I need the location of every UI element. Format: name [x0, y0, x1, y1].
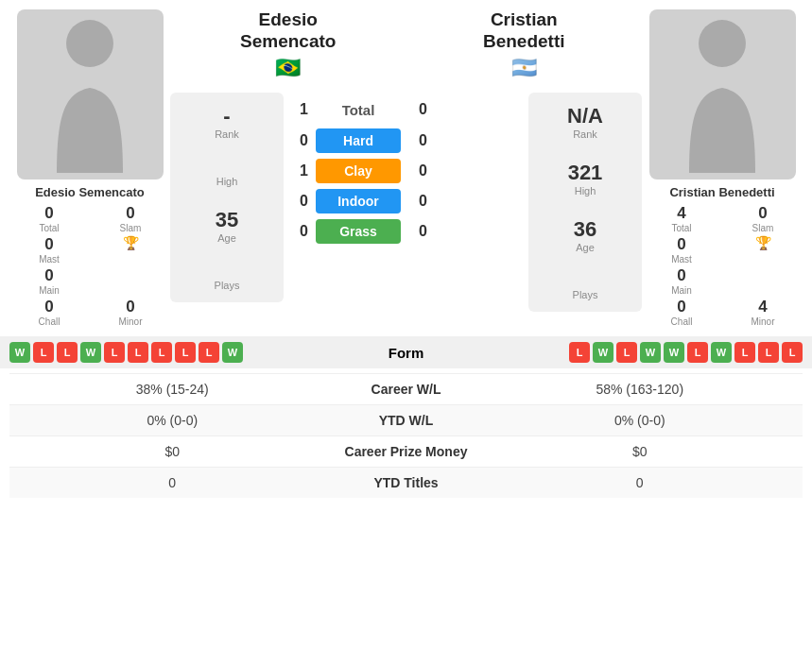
- right-age-item: 36 Age: [538, 213, 632, 257]
- clay-button[interactable]: Clay: [316, 159, 401, 183]
- right-plays-label: Plays: [538, 289, 632, 300]
- left-age-label: Age: [180, 232, 274, 244]
- right-form-badges: LWLWWLWLLL: [463, 342, 803, 363]
- left-name-block: Edesio Semencato 🇧🇷: [170, 9, 406, 80]
- right-slam-value: 0: [723, 204, 803, 223]
- grass-left-score: 0: [289, 223, 308, 240]
- left-minor-cell: 0 Minor: [91, 298, 170, 327]
- left-avatar-silhouette: [47, 17, 132, 173]
- left-form-badge: L: [151, 342, 172, 363]
- total-right-score: 0: [408, 101, 427, 118]
- right-big-name: Cristian Benedetti: [406, 9, 643, 53]
- right-age-value: 36: [538, 217, 632, 242]
- clay-left-score: 1: [289, 162, 308, 179]
- left-age-value: 35: [180, 208, 274, 232]
- left-slam-label: Slam: [91, 223, 170, 233]
- right-minor-cell: 4 Minor: [723, 298, 803, 327]
- ytd-titles-row: 0 YTD Titles 0: [9, 467, 803, 498]
- left-total-label: Total: [9, 223, 89, 233]
- right-high-value: 321: [538, 161, 632, 185]
- left-slam-value: 0: [91, 204, 170, 223]
- indoor-button[interactable]: Indoor: [316, 189, 401, 213]
- stats-rows: 38% (15-24) Career W/L 58% (163-120) 0% …: [9, 373, 803, 498]
- surface-row-grass: 0 Grass 0: [289, 219, 523, 244]
- left-chall-label: Chall: [9, 316, 89, 327]
- right-high-item: 321 High: [538, 157, 632, 200]
- left-age-item: 35 Age: [180, 204, 274, 248]
- right-total-value: 4: [642, 204, 721, 223]
- right-player-stats-2: 0 Main: [642, 266, 803, 296]
- right-rank-item: N/A Rank: [538, 100, 632, 144]
- form-label: Form: [350, 345, 463, 361]
- right-main-value: 0: [642, 266, 721, 285]
- hard-left-score: 0: [289, 132, 308, 149]
- right-form-badge: L: [782, 342, 803, 363]
- right-mast-cell: 0 Mast: [642, 235, 721, 265]
- right-player-stats-3: 0 Chall 4 Minor: [642, 298, 803, 327]
- grass-button[interactable]: Grass: [316, 219, 401, 244]
- right-main-cell: 0 Main: [642, 266, 721, 296]
- right-age-label: Age: [538, 242, 632, 253]
- left-main-cell: 0 Main: [9, 266, 89, 296]
- right-minor-value: 4: [723, 298, 803, 316]
- names-row: Edesio Semencato 🇧🇷 Cristian Benedetti 🇦…: [170, 9, 642, 80]
- total-left-score: 1: [289, 101, 308, 118]
- surface-row-indoor: 0 Indoor 0: [289, 189, 523, 213]
- right-prize: $0: [492, 444, 789, 459]
- left-high-value: [180, 161, 274, 176]
- left-total-cell: 0 Total: [9, 204, 89, 233]
- grass-right-score: 0: [408, 223, 427, 240]
- right-avatar-silhouette: [680, 17, 765, 173]
- right-player-name: Cristian Benedetti: [669, 185, 774, 199]
- left-big-name: Edesio Semencato: [170, 9, 406, 53]
- left-player-stats-2: 0 Chall 0 Minor: [9, 298, 170, 327]
- left-player-column: Edesio Semencato 0 Total 0 Slam 0 Mast 🏆: [9, 9, 170, 327]
- right-gray-box: N/A Rank 321 High 36 Age Plays: [528, 93, 642, 312]
- prize-label: Career Prize Money: [321, 444, 492, 459]
- right-minor2-cell: [723, 266, 803, 296]
- left-mast-label: Mast: [9, 254, 89, 265]
- hard-right-score: 0: [408, 132, 427, 149]
- left-player-stats: 0 Total 0 Slam 0 Mast 🏆 0 Main: [9, 204, 170, 296]
- right-trophy-icon: 🏆: [755, 235, 771, 250]
- left-high-item: High: [180, 157, 274, 191]
- left-mast-cell: 0 Mast: [9, 235, 89, 265]
- right-player-stats: 4 Total 0 Slam 0 Mast 🏆: [642, 204, 803, 265]
- boxes-row: - Rank High 35 Age Plays: [170, 93, 642, 312]
- right-name-block: Cristian Benedetti 🇦🇷: [406, 9, 643, 80]
- center-column: Edesio Semencato 🇧🇷 Cristian Benedetti 🇦…: [170, 9, 642, 327]
- left-high-label: High: [180, 176, 274, 187]
- left-gray-box: - Rank High 35 Age Plays: [170, 93, 284, 302]
- left-minor-label: Minor: [91, 316, 170, 327]
- left-player-avatar: [17, 9, 164, 179]
- svg-point-1: [699, 20, 746, 67]
- left-plays-item: Plays: [180, 261, 274, 295]
- surface-row-total: 1 Total 0: [289, 97, 523, 123]
- left-main-value: 0: [9, 266, 89, 285]
- left-ytd-titles: 0: [24, 475, 321, 490]
- right-form-badge: W: [711, 342, 732, 363]
- right-form-badge: L: [569, 342, 590, 363]
- right-trophy-cell: 🏆: [723, 235, 803, 265]
- left-form-badges: WLLWLLLLLW: [9, 342, 350, 363]
- surface-row-clay: 1 Clay 0: [289, 159, 523, 183]
- hard-button[interactable]: Hard: [316, 128, 401, 153]
- right-ytd-titles: 0: [492, 475, 789, 490]
- left-plays-label: Plays: [180, 280, 274, 291]
- left-chall-cell: 0 Chall: [9, 298, 89, 327]
- right-minor-label: Minor: [723, 316, 803, 327]
- right-form-badge: L: [616, 342, 637, 363]
- total-button[interactable]: Total: [316, 97, 401, 123]
- left-rank-value: -: [180, 104, 274, 128]
- left-flag: 🇧🇷: [170, 56, 406, 80]
- form-row: WLLWLLLLLW Form LWLWWLWLLL: [0, 336, 812, 368]
- right-slam-label: Slam: [723, 223, 803, 233]
- left-minor-value: 0: [91, 298, 170, 316]
- right-form-badge: L: [687, 342, 708, 363]
- right-mast-label: Mast: [642, 254, 721, 265]
- right-mast-value: 0: [642, 235, 721, 254]
- right-form-badge: L: [734, 342, 755, 363]
- surface-row-hard: 0 Hard 0: [289, 128, 523, 153]
- right-slam-cell: 0 Slam: [723, 204, 803, 233]
- right-chall-label: Chall: [642, 316, 721, 327]
